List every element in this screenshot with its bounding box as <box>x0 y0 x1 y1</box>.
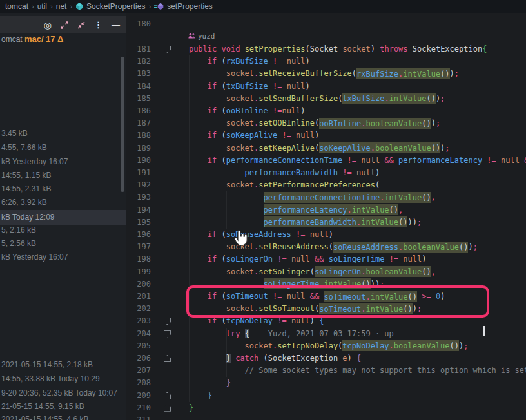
code-line-191[interactable]: performanceBandwidth != null) <box>170 167 526 179</box>
code-line-197[interactable]: socket.setReuseAddress(soReuseAddress.bo… <box>170 241 526 253</box>
code-line-187[interactable]: socket.setOOBInline(ooBInline.booleanVal… <box>170 117 526 129</box>
file-list-item[interactable]: 4:55, 7.66 kB <box>1 143 124 153</box>
breadcrumb-item-net[interactable]: net <box>56 2 67 11</box>
breadcrumb-item-method[interactable]: setProperties <box>167 2 213 11</box>
line-number[interactable]: 193 <box>126 191 151 204</box>
line-number[interactable]: 196 <box>126 229 151 241</box>
line-number[interactable]: 198 <box>126 253 151 265</box>
file-list-item[interactable]: 14:55, 33.88 kB Today 10:29 <box>1 374 124 385</box>
indent-guide <box>226 328 227 377</box>
code-line-196[interactable]: if (soReuseAddress != null) <box>170 229 526 241</box>
file-list-item[interactable]: 21-05-15 14:55, 9.15 kB <box>1 402 124 412</box>
author-inlay[interactable]: yuzd <box>188 30 215 43</box>
code-editor[interactable]: yuzd 18018118218318418518618718818919019… <box>126 13 526 420</box>
code-line-207[interactable]: // Some socket types may not support thi… <box>170 365 526 377</box>
file-list-item[interactable]: kB Yesterday 16:07 <box>1 253 124 263</box>
line-number[interactable]: 206 <box>126 352 151 365</box>
more-options-icon[interactable]: ⋮ <box>94 21 102 29</box>
breadcrumb-item-tomcat[interactable]: tomcat <box>5 2 28 11</box>
line-number[interactable]: 182 <box>126 55 151 68</box>
code-token: performanceBandwidth <box>245 168 338 177</box>
collapse-icon[interactable] <box>77 21 85 29</box>
code-line-208[interactable]: } <box>170 377 526 389</box>
code-line-195[interactable]: performanceBandwidth.intValue())); <box>170 216 526 229</box>
line-number[interactable]: 190 <box>126 155 151 167</box>
code-line-194[interactable]: performanceLatency.intValue(), <box>170 204 526 216</box>
file-list-item[interactable]: 5, 2.16 kB <box>1 225 124 236</box>
file-list-item[interactable]: 2021-05-15 14:55, 2.18 kB <box>1 360 124 370</box>
code-line-209[interactable]: } <box>170 390 526 402</box>
line-number[interactable]: 199 <box>126 266 151 278</box>
target-icon[interactable]: ◎ <box>44 21 52 30</box>
file-list-item[interactable]: 14:55, 2.31 kB <box>1 184 124 195</box>
file-list-item[interactable]: 3.45 kB <box>1 129 124 139</box>
file-list-item[interactable]: kB Yesterday 16:07 <box>1 157 124 167</box>
line-number[interactable]: 204 <box>126 328 151 340</box>
line-number[interactable]: 197 <box>126 241 151 253</box>
line-number[interactable]: 194 <box>126 204 151 216</box>
file-list-item[interactable]: 6:26, 3.92 kB <box>1 198 124 208</box>
breadcrumb-item-class[interactable]: SocketProperties <box>86 2 145 11</box>
line-number[interactable]: 181 <box>126 43 151 55</box>
line-number[interactable]: 205 <box>126 340 151 352</box>
line-number[interactable]: 189 <box>126 142 151 155</box>
line-number[interactable]: 180 <box>126 18 151 30</box>
code-line-210[interactable]: } <box>170 402 526 414</box>
code-line-199[interactable]: socket.setSoLinger(soLingerOn.booleanVal… <box>170 266 526 278</box>
file-list-item[interactable]: kB Today 12:09 <box>1 213 124 223</box>
code-token: socket <box>226 94 254 103</box>
line-number[interactable]: 192 <box>126 179 151 191</box>
code-token: ) <box>329 230 333 239</box>
code-token: booleanValue <box>403 242 459 253</box>
line-number[interactable]: 203 <box>126 315 151 327</box>
file-list-item[interactable]: 2021-05-15 14:55, 4.6 kB <box>1 415 124 420</box>
line-number[interactable]: 188 <box>126 129 151 142</box>
code-line-204[interactable]: try { Yuzd, 2021-07-03 17:59 · up <box>170 328 526 340</box>
file-list-item[interactable]: 9-20 20:36, 52.35 kB Today 10:07 <box>1 388 124 399</box>
line-number[interactable]: 186 <box>126 105 151 117</box>
code-line-211[interactable] <box>170 414 526 420</box>
line-number[interactable]: 209 <box>126 390 151 402</box>
line-number[interactable]: 200 <box>126 278 151 291</box>
line-number[interactable]: 210 <box>126 402 151 414</box>
code-line-183[interactable]: socket.setReceiveBufferSize(rxBufSize.in… <box>170 68 526 80</box>
hide-icon[interactable]: — <box>112 21 120 29</box>
branch-label[interactable]: omcat mac/ 17 Δ <box>1 34 126 45</box>
line-number[interactable]: 208 <box>126 377 151 389</box>
code-token: // Some socket types may not support thi… <box>245 366 526 375</box>
code-line-186[interactable]: if (ooBInline !=null) <box>170 105 526 117</box>
code-line-198[interactable]: if (soLingerOn != null && soLingerTime !… <box>170 253 526 265</box>
code-token: && <box>315 254 324 263</box>
panel-scrollbar-thumb[interactable] <box>121 57 124 192</box>
line-number[interactable]: 211 <box>126 414 151 420</box>
code-line-193[interactable]: performanceConnectionTime.intValue(), <box>170 191 526 204</box>
line-number[interactable]: 202 <box>126 303 151 315</box>
breadcrumb-item-util[interactable]: util <box>37 2 47 11</box>
expand-icon[interactable] <box>61 21 68 29</box>
line-number[interactable]: 195 <box>126 216 151 229</box>
code-token: soLingerTime <box>329 254 385 263</box>
line-number[interactable]: 187 <box>126 117 151 129</box>
code-token: ) <box>300 106 305 115</box>
code-line-206[interactable]: } catch (SocketException e) { <box>170 352 526 365</box>
annotation-highlight-box <box>186 285 489 318</box>
line-number[interactable]: 183 <box>126 68 151 80</box>
code-line-181[interactable]: public void setProperties(Socket socket)… <box>170 43 526 55</box>
code-line-188[interactable]: if (soKeepAlive != null) <box>170 129 526 142</box>
line-number[interactable]: 207 <box>126 365 151 377</box>
code-token: intValue <box>403 68 440 79</box>
file-list-item[interactable]: 5, 2.56 kB <box>1 239 124 249</box>
code-line-192[interactable]: socket.setPerformancePreferences( <box>170 179 526 191</box>
line-number[interactable]: 201 <box>126 291 151 303</box>
file-list-item[interactable]: 14:55, 1.15 kB <box>1 171 124 181</box>
code-line-205[interactable]: socket.setTcpNoDelay(tcpNoDelay.booleanV… <box>170 340 526 352</box>
code-line-185[interactable]: socket.setSendBufferSize(txBufSize.intVa… <box>170 93 526 105</box>
code-line-180[interactable] <box>170 18 526 30</box>
line-number[interactable]: 184 <box>126 81 151 93</box>
code-line-184[interactable]: if (txBufSize != null) <box>170 81 526 93</box>
line-number[interactable]: 191 <box>126 167 151 179</box>
code-line-189[interactable]: socket.setKeepAlive(soKeepAlive.booleanV… <box>170 142 526 155</box>
code-line-182[interactable]: if (rxBufSize != null) <box>170 55 526 68</box>
code-line-190[interactable]: if (performanceConnectionTime != null &&… <box>170 155 526 167</box>
line-number[interactable]: 185 <box>126 93 151 105</box>
